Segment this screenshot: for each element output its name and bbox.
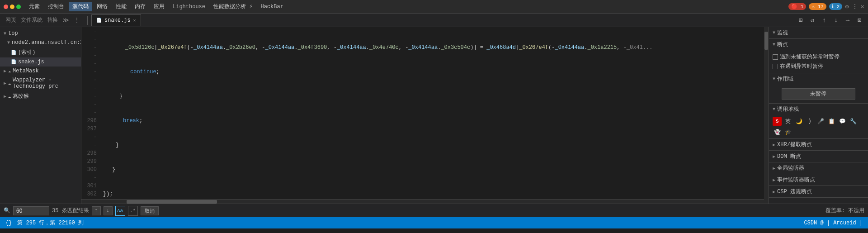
vertical-scrollbar[interactable] [764,27,769,204]
menu-console[interactable]: 控制台 [44,2,68,11]
menu-lighthouse[interactable]: Lighthouse [169,3,209,11]
code-lines[interactable]: _0x58126c[_0x267e4f(-_0x4144aa._0x2b26e0… [99,27,764,199]
not-paused-btn: 未暂停 [782,88,855,100]
case-sensitive-btn[interactable]: Aa [115,206,125,216]
menu-memory[interactable]: 内存 [131,2,149,11]
watch-arrow-icon: ▼ [773,30,775,35]
horizontal-scrollbar[interactable] [81,199,764,204]
event-header[interactable]: ▶ 事件监听器断点 [769,174,868,185]
cs-icon-mic: 🎤 [816,117,825,126]
search-prev-btn[interactable]: ↑ [92,206,101,215]
layout-icon[interactable]: ⊞ [796,15,806,25]
menu-elements[interactable]: 元素 [25,2,43,11]
more-options-icon[interactable]: ⋮ [852,3,858,10]
dom-label: DOM 断点 [777,152,801,160]
menu-network[interactable]: 网络 [93,2,111,11]
menu-performance[interactable]: 性能 [112,2,130,11]
bp-arrow-icon: ▼ [773,42,775,47]
close-window-btn[interactable] [4,5,8,9]
sidebar-metamask-label: MetaMask [13,68,39,74]
xhr-label: XHR/提取断点 [777,141,812,148]
section-xhr: ▶ XHR/提取断点 [769,139,868,151]
metamask-icon: ☁ [8,68,11,74]
close-devtools-icon[interactable]: ✕ [861,3,864,10]
status-right: CSDN @ | Arcueid | [804,220,863,226]
v-scroll-thumb[interactable] [764,32,768,50]
cs-icon-msg: 💬 [838,117,847,126]
sidebar-host-label: node2.anna.nssctf.cn:28213 [12,39,81,46]
code-line-1: _0x58126c[_0x267e4f(-_0x4144aa._0x2b26e0… [103,43,764,52]
sidebar-file-index[interactable]: 📄 (索引) [0,47,81,57]
info-count-badge[interactable]: ℹ 2 [829,3,842,10]
scrollbar-thumb[interactable] [127,200,217,204]
cancel-search-btn[interactable]: 取消 [141,206,159,215]
sidebar-wappalyzer-label: Wappalyzer - Technology prc [13,77,77,90]
menu-perf-analysis[interactable]: 性能数据分析 ⚡ [210,2,256,11]
tab-label: snake.js [104,17,131,24]
replace-btn[interactable]: 替换 [45,15,60,25]
csp-arrow-icon: ▶ [773,189,775,195]
section-event: ▶ 事件监听器断点 [769,174,868,186]
more-sidebar-icon[interactable]: ≫ [61,15,71,25]
code-line-4: break; [103,117,764,125]
sidebar-index-label: (索引) [18,48,35,56]
host-arrow-icon: ▼ [7,40,10,45]
secondary-toolbar: 网页 文件系统 替换 ≫ ⋮ 📄 snake.js ✕ ⊞ ↺ ↑ ↓ → ⊠ [0,14,868,27]
tab-close-btn[interactable]: ✕ [133,18,136,23]
right-icon[interactable]: → [843,15,853,25]
sidebar-more-icon[interactable]: ⋮ [72,15,82,25]
search-bar: 🔍 35 条匹配结果 ↑ ↓ Aa .* 取消 覆盖率: 不适用 [0,204,868,217]
xhr-header[interactable]: ▶ XHR/提取断点 [769,139,868,150]
file-index-icon: 📄 [11,50,16,55]
cs-icon-clipboard: 📋 [827,117,836,126]
arrow-icon: ▼ [4,31,6,36]
sidebar-item-metamask[interactable]: ▶ ☁ MetaMask [0,67,81,76]
section-watch: ▼ 监视 [769,27,868,39]
search-input[interactable] [13,206,49,215]
code-content[interactable]: - - - - - - - - - - - 296 297 - - 298 29… [81,27,764,199]
up-icon[interactable]: ↑ [819,15,829,25]
sidebar-item-tampermonkey[interactable]: ▶ ☁ 篡改猴 [0,91,81,101]
regex-btn[interactable]: .* [128,206,138,216]
csp-header[interactable]: ▶ CSP 违规断点 [769,186,868,197]
down-icon[interactable]: ↓ [831,15,841,25]
tab-snake-js[interactable]: 📄 snake.js ✕ [91,14,141,26]
status-left: {} 第 295 行，第 22160 列 [5,219,84,227]
sidebar-item-wappalyzer[interactable]: ▶ ☁ Wappalyzer - Technology prc [0,76,81,91]
scope-header[interactable]: ▼ 作用域 [769,73,868,85]
sidebar-file-snakejs[interactable]: 📄 snake.js [0,57,81,67]
section-breakpoints: ▼ 断点 遇到未捕获的异常时暂停 在遇到异常时暂停 [769,39,868,73]
global-arrow-icon: ▶ [773,166,775,171]
sidebar-item-host[interactable]: ▼ node2.anna.nssctf.cn:28213 [0,38,81,47]
sidebar-snake-label: snake.js [18,59,44,65]
global-header[interactable]: ▶ 全局监听器 [769,162,868,174]
breakpoints-header[interactable]: ▼ 断点 [769,39,868,50]
warn-count-badge[interactable]: ⚠ 17 [809,3,826,10]
search-next-btn[interactable]: ↓ [104,206,113,215]
menu-sources[interactable]: 源代码 [69,2,92,11]
section-dom: ▶ DOM 断点 [769,151,868,162]
callstack-header[interactable]: ▼ 调用堆栈 [769,104,868,115]
menu-application[interactable]: 应用 [150,2,168,11]
cs-icon-ghost: 👻 [773,128,782,137]
event-arrow-icon: ▶ [773,177,775,183]
status-position: 第 295 行，第 22160 列 [17,219,83,227]
error-count-badge[interactable]: 🔴 1 [788,3,806,10]
refresh-icon[interactable]: ↺ [807,15,817,25]
filesystem-btn[interactable]: 文件系统 [19,15,44,25]
minimize-window-btn[interactable] [10,5,14,9]
maximize-window-btn[interactable] [16,5,21,9]
sidebar-toggle-btn[interactable]: 网页 [4,15,18,25]
callstack-icons: S 英 🌙 ) 🎤 📋 💬 🔧 👻 🎓 [769,115,868,138]
menu-hackbar[interactable]: HackBar [257,3,287,11]
watch-header[interactable]: ▼ 监视 [769,27,868,38]
sidebar-tampermonkey-label: 篡改猴 [13,92,29,100]
code-line-2: continue; [103,68,764,76]
sidebar-item-top[interactable]: ▼ top [0,29,81,38]
close-tab-icon[interactable]: ⊠ [854,15,864,25]
top-menubar: 元素 控制台 源代码 网络 性能 内存 应用 Lighthouse 性能数据分析… [0,0,868,14]
dom-header[interactable]: ▶ DOM 断点 [769,151,868,162]
settings-icon[interactable]: ⚙ [845,3,849,10]
bp-checkbox-caught[interactable] [773,64,778,69]
bp-checkbox-uncaught[interactable] [773,54,778,60]
